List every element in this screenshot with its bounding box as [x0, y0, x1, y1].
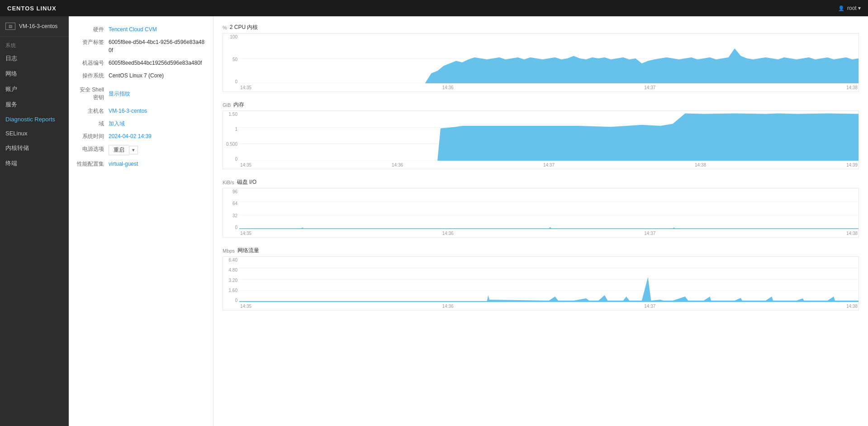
cpu-chart-block: % 2 CPU 内核 100 50 0	[223, 24, 859, 92]
network-chart-block: Mbps 网络流量 6.40 4.80 3.20 1.60 0	[223, 247, 859, 311]
disk-x-1: 14:35	[240, 231, 251, 236]
sidebar-vm-item[interactable]: ▤ VM-16-3-centos	[0, 16, 69, 37]
cpu-x-4: 14:38	[846, 85, 858, 90]
vm-name: VM-16-3-centos	[19, 23, 57, 29]
disk-y-32: 32	[223, 213, 237, 218]
disk-unit: KiB/s	[223, 180, 234, 185]
main-layout: ▤ VM-16-3-centos 系统 日志 网络 账户 服务 Diagnost…	[0, 16, 868, 426]
cpu-unit: %	[223, 25, 227, 30]
cpu-svg	[239, 34, 859, 83]
disk-chart-header: KiB/s 磁盘 I/O	[223, 178, 859, 186]
machine-value: 6005f8eed5b44bc19256d596e83a480f	[109, 59, 202, 67]
app-title: CENTOS LINUX	[7, 5, 57, 12]
network-x-3: 14:37	[644, 304, 655, 309]
network-x-axis: 14:35 14:36 14:37 14:38	[239, 302, 859, 310]
os-row: 操作系统 CentOS Linux 7 (Core)	[76, 72, 206, 80]
cpu-x-axis: 14:35 14:36 14:37 14:38	[239, 83, 859, 91]
sidebar-item-selinux[interactable]: SELinux	[0, 126, 69, 140]
power-action-button[interactable]: 重启	[109, 145, 129, 155]
content-area: 硬件 Tencent Cloud CVM 资产标签 6005f8ee-d5b4-…	[69, 16, 868, 426]
sidebar: ▤ VM-16-3-centos 系统 日志 网络 账户 服务 Diagnost…	[0, 16, 69, 426]
ssh-row: 安全 Shell 密钥 显示指纹	[76, 86, 206, 101]
memory-y-050: 0.500	[223, 142, 237, 147]
memory-x-1: 14:35	[240, 163, 251, 168]
memory-y-150: 1.50	[223, 112, 237, 117]
disk-y-96: 96	[223, 189, 237, 194]
memory-y-1: 1	[223, 127, 237, 132]
disk-svg-wrapper	[239, 188, 859, 229]
ssh-fingerprint-link[interactable]: 显示指纹	[109, 90, 130, 98]
network-x-2: 14:36	[442, 304, 454, 309]
power-row: 电源选项 重启 ▾	[76, 145, 206, 155]
disk-x-4: 14:38	[846, 231, 858, 236]
disk-x-3: 14:37	[644, 231, 655, 236]
cpu-y-100: 100	[223, 34, 237, 39]
network-chart-container: 6.40 4.80 3.20 1.60 0	[223, 256, 859, 311]
cpu-chart-container: 100 50 0	[223, 33, 859, 92]
cpu-y-0: 0	[223, 79, 237, 84]
machine-label: 机器编号	[76, 59, 109, 67]
network-chart-header: Mbps 网络流量	[223, 247, 859, 254]
memory-chart-container: 1.50 1 0.500 0	[223, 110, 859, 169]
memory-svg	[239, 111, 859, 161]
sidebar-item-account[interactable]: 账户	[0, 81, 69, 97]
domain-value[interactable]: 加入域	[109, 120, 125, 128]
hostname-value[interactable]: VM-16-3-centos	[109, 107, 147, 115]
memory-chart-block: GiB 内存 1.50 1 0.500 0	[223, 101, 859, 169]
perf-value[interactable]: virtual-guest	[109, 160, 138, 168]
disk-y-0: 0	[223, 225, 237, 230]
domain-label: 域	[76, 120, 109, 128]
disk-x-axis: 14:35 14:36 14:37 14:38	[239, 229, 859, 237]
network-y-0: 0	[223, 298, 237, 303]
sidebar-section-system: 系统	[0, 37, 69, 51]
machine-row: 机器编号 6005f8eed5b44bc19256d596e83a480f	[76, 59, 206, 67]
sidebar-item-service[interactable]: 服务	[0, 97, 69, 112]
sidebar-item-diagnostic[interactable]: Diagnostic Reports	[0, 112, 69, 126]
power-dropdown-button[interactable]: ▾	[129, 146, 138, 154]
memory-x-4: 14:38	[695, 163, 706, 168]
disk-chart-block: KiB/s 磁盘 I/O 96 64 32 0	[223, 178, 859, 238]
network-y-480: 4.80	[223, 268, 237, 273]
cpu-x-2: 14:36	[442, 85, 454, 90]
power-label: 电源选项	[76, 145, 109, 155]
hardware-label: 硬件	[76, 25, 109, 34]
sidebar-item-terminal[interactable]: 终端	[0, 156, 69, 171]
memory-x-2: 14:36	[392, 163, 403, 168]
disk-y-axis: 96 64 32 0	[223, 188, 239, 237]
network-y-640: 6.40	[223, 258, 237, 263]
charts-panel: % 2 CPU 内核 100 50 0	[213, 16, 868, 426]
network-y-160: 1.60	[223, 288, 237, 293]
memory-chart-header: GiB 内存	[223, 101, 859, 109]
ssh-label: 安全 Shell 密钥	[76, 86, 109, 101]
sidebar-item-log[interactable]: 日志	[0, 51, 69, 66]
hardware-value[interactable]: Tencent Cloud CVM	[109, 25, 157, 34]
hostname-label: 主机名	[76, 107, 109, 115]
domain-row: 域 加入域	[76, 120, 206, 128]
time-value[interactable]: 2024-04-02 14:39	[109, 132, 152, 140]
hostname-row: 主机名 VM-16-3-centos	[76, 107, 206, 115]
os-label: 操作系统	[76, 72, 109, 80]
cpu-x-3: 14:37	[644, 85, 655, 90]
power-select[interactable]: 重启 ▾	[109, 145, 138, 155]
network-svg-wrapper	[239, 257, 859, 302]
perf-label: 性能配置集	[76, 160, 109, 168]
info-panel: 硬件 Tencent Cloud CVM 资产标签 6005f8ee-d5b4-…	[69, 16, 213, 426]
asset-label: 资产标签	[76, 38, 109, 54]
memory-y-0: 0	[223, 157, 237, 162]
memory-x-axis: 14:35 14:36 14:37 14:38 14:39	[239, 161, 859, 169]
cpu-x-1: 14:35	[240, 85, 251, 90]
sidebar-item-kernel-dump[interactable]: 内核转储	[0, 140, 69, 156]
os-value: CentOS Linux 7 (Core)	[109, 72, 164, 80]
network-y-axis: 6.40 4.80 3.20 1.60 0	[223, 257, 239, 310]
cpu-y-50: 50	[223, 57, 237, 62]
topbar: CENTOS LINUX root ▾	[0, 0, 868, 16]
network-y-320: 3.20	[223, 278, 237, 283]
network-title: 网络流量	[237, 247, 259, 254]
disk-x-2: 14:36	[442, 231, 454, 236]
memory-title: 内存	[233, 101, 244, 109]
vm-icon: ▤	[5, 23, 15, 30]
sidebar-item-network[interactable]: 网络	[0, 66, 69, 81]
user-menu[interactable]: root ▾	[838, 5, 861, 11]
memory-y-axis: 1.50 1 0.500 0	[223, 111, 239, 169]
time-label: 系统时间	[76, 132, 109, 140]
